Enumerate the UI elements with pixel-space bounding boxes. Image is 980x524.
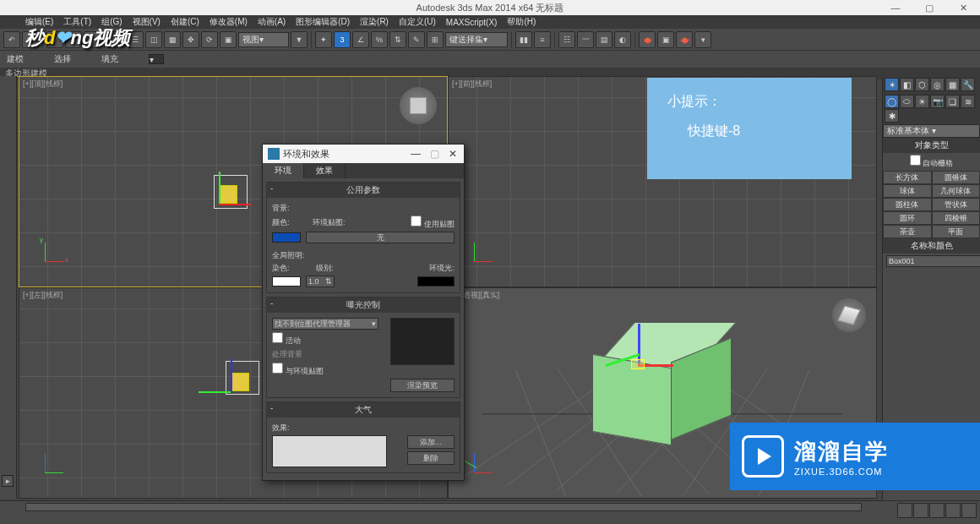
rotate-button[interactable]: ⟳ (201, 31, 218, 48)
prim-cone[interactable]: 圆锥体 (932, 171, 981, 184)
bg-color-swatch[interactable] (272, 232, 301, 243)
use-map-checkbox[interactable] (411, 216, 422, 227)
manip-button[interactable]: ✦ (315, 31, 332, 48)
mirror-button[interactable]: ▮▮ (515, 31, 532, 48)
cat-spacewarps[interactable]: ≋ (961, 95, 975, 108)
with-envmap-checkbox[interactable] (272, 363, 283, 374)
tab-utilities[interactable]: 🔧 (961, 78, 975, 91)
undo-button[interactable]: ↶ (3, 31, 20, 48)
menu-grapheditors[interactable]: 图形编辑器(D) (296, 16, 350, 28)
cat-geometry[interactable]: ◯ (885, 95, 899, 108)
rollout-common-params[interactable]: -公用参数 (267, 183, 460, 198)
tab-create[interactable]: ✶ (885, 78, 899, 91)
curve-editor-button[interactable]: 〰 (577, 31, 594, 48)
cat-cameras[interactable]: 📷 (930, 95, 945, 108)
rollout-atmosphere[interactable]: -大气 (267, 402, 460, 418)
atmosphere-effects-list[interactable] (272, 435, 387, 467)
tint-color-swatch[interactable] (272, 276, 301, 287)
object-name-input[interactable] (886, 255, 980, 267)
snap-toggle-button[interactable]: 3 (334, 31, 351, 48)
viewcube-top[interactable] (400, 87, 437, 124)
prim-tube[interactable]: 管状体 (932, 198, 981, 211)
window-crossing-button[interactable]: ▦ (164, 31, 181, 48)
rollout-exposure[interactable]: -曝光控制 (267, 297, 460, 313)
tab-display[interactable]: ▦ (945, 78, 960, 91)
nav-orbit-button[interactable] (929, 503, 945, 518)
prim-torus[interactable]: 圆环 (883, 211, 932, 225)
tab-motion[interactable]: ◎ (930, 78, 945, 91)
viewcube-persp[interactable] (832, 298, 866, 332)
scene-box-object[interactable] (592, 322, 710, 440)
tab-modify[interactable]: ◧ (900, 78, 914, 91)
named-sel-button[interactable]: ⊞ (427, 31, 444, 48)
cat-shapes[interactable]: ⬭ (900, 95, 914, 108)
dialog-maximize-button[interactable]: ▢ (425, 145, 444, 163)
material-editor-button[interactable]: ◐ (614, 31, 631, 48)
menu-help[interactable]: 帮助(H) (507, 16, 536, 28)
exposure-dropdown[interactable]: 找不到位图代理管理器▾ (272, 318, 378, 330)
autogrid-checkbox[interactable] (910, 155, 921, 166)
align-button[interactable]: ≡ (534, 31, 551, 48)
dialog-titlebar[interactable]: 环境和效果 — ▢ ✕ (263, 145, 464, 163)
spinner-snap-button[interactable]: ⇅ (389, 31, 406, 48)
render-framebuf-button[interactable]: ▣ (657, 31, 674, 48)
schematic-button[interactable]: ▤ (596, 31, 612, 48)
dialog-minimize-button[interactable]: — (406, 145, 425, 163)
envmap-button[interactable]: 无 (306, 232, 455, 243)
ribbon-selection[interactable]: 选择 (54, 53, 71, 65)
nav-zoom-button[interactable] (897, 503, 912, 518)
select-region-button[interactable]: ◫ (145, 31, 162, 48)
menu-animation[interactable]: 动画(A) (258, 16, 286, 28)
ref-coord-dropdown[interactable]: 视图 ▾ (238, 32, 289, 47)
prim-geosphere[interactable]: 几何球体 (932, 184, 981, 198)
prim-teapot[interactable]: 茶壶 (883, 225, 932, 238)
prim-box[interactable]: 长方体 (883, 171, 932, 184)
tab-hierarchy[interactable]: ⬡ (915, 78, 929, 91)
prim-pyramid[interactable]: 四棱锥 (932, 211, 981, 225)
nav-pan-button[interactable] (913, 503, 928, 518)
primitive-category-dropdown[interactable]: 标准基本体 ▾ (883, 124, 980, 138)
layer-button[interactable]: ☷ (558, 31, 575, 48)
menu-render[interactable]: 渲染(R) (360, 16, 389, 28)
left-expand-button[interactable]: ▸ (2, 475, 14, 487)
atmo-delete-button[interactable]: 删除 (407, 451, 455, 465)
exposure-active-checkbox[interactable] (272, 332, 283, 343)
ambient-color-swatch[interactable] (417, 276, 455, 287)
menu-views[interactable]: 视图(V) (133, 16, 161, 28)
prim-sphere[interactable]: 球体 (883, 184, 932, 198)
time-slider[interactable] (25, 503, 862, 511)
ribbon-swatch-icon[interactable]: ▾ (149, 54, 164, 64)
scale-button[interactable]: ▣ (220, 31, 237, 48)
ribbon-modeling[interactable]: 建模 (7, 53, 24, 65)
menu-maxscript[interactable]: MAXScript(X) (446, 18, 498, 27)
atmo-add-button[interactable]: 添加… (407, 435, 455, 449)
render-button[interactable]: 🫖 (676, 31, 693, 48)
tab-effects[interactable]: 效果 (304, 163, 346, 178)
menu-create[interactable]: 创建(C) (171, 16, 199, 28)
prim-plane[interactable]: 平面 (932, 225, 981, 238)
angle-snap-button[interactable]: ∠ (352, 31, 369, 48)
level-spinner[interactable]: 1.0⇅ (306, 276, 335, 287)
cat-systems[interactable]: ✱ (885, 109, 899, 123)
menu-customize[interactable]: 自定义(U) (399, 16, 436, 28)
dialog-close-button[interactable]: ✕ (444, 145, 462, 163)
render-setup-button[interactable]: 🫖 (639, 31, 656, 48)
nav-max-button[interactable] (961, 503, 977, 518)
menu-modifiers[interactable]: 修改器(M) (210, 16, 248, 28)
use-center-button[interactable]: ▼ (291, 31, 308, 48)
named-selection-dropdown[interactable]: 键送择集 ▾ (445, 32, 508, 47)
prim-cylinder[interactable]: 圆柱体 (883, 198, 932, 211)
render-flyout-button[interactable]: ▾ (694, 31, 711, 48)
nav-fov-button[interactable] (945, 503, 961, 518)
move-button[interactable]: ✥ (182, 31, 199, 48)
cat-lights[interactable]: ☀ (915, 95, 929, 108)
render-preview-button[interactable]: 渲染预览 (390, 379, 455, 392)
window-minimize-button[interactable]: — (879, 0, 912, 15)
rollout-name-color[interactable]: 名称和颜色 (883, 238, 980, 254)
tab-environment[interactable]: 环境 (263, 163, 304, 178)
percent-snap-button[interactable]: % (371, 31, 388, 48)
cat-helpers[interactable]: ❏ (945, 95, 960, 108)
window-close-button[interactable]: ✕ (946, 0, 980, 15)
ribbon-fill[interactable]: 填充 (101, 53, 118, 65)
edit-named-sel-button[interactable]: ✎ (408, 31, 425, 48)
